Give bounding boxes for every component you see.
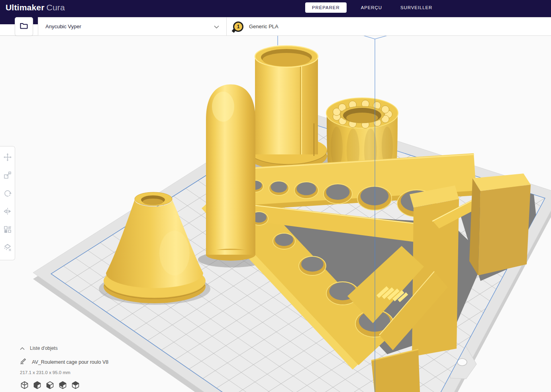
folder-icon	[19, 21, 29, 32]
configuration-bar: Anycubic Vyper 1 Generic PLA	[38, 17, 551, 36]
tab-preview[interactable]: APERÇU	[357, 2, 386, 13]
view-front-button[interactable]	[33, 380, 42, 390]
app-logo: UltimakerCura	[6, 3, 65, 12]
printer-name: Anycubic Vyper	[45, 23, 81, 29]
support-blocker-button[interactable]	[2, 242, 14, 254]
app-header: UltimakerCura PRÉPARER APERÇU SURVEILLER	[0, 0, 551, 17]
stage-tabs: PRÉPARER APERÇU SURVEILLER	[305, 2, 436, 13]
view-top-button[interactable]	[45, 380, 55, 390]
open-file-button[interactable]	[15, 17, 33, 36]
material-selector[interactable]: 1 Generic PLA	[227, 18, 285, 35]
move-icon	[3, 153, 12, 163]
camera-view-presets	[20, 380, 108, 390]
extruder-number: 1	[237, 24, 240, 29]
object-info-panel: Liste d'objets AV_Roulement cage pour ro…	[20, 345, 108, 390]
selected-object-row[interactable]: AV_Roulement cage pour roulo V8	[20, 358, 108, 366]
scale-icon	[3, 171, 12, 181]
scale-tool-button[interactable]	[2, 170, 14, 182]
rotate-icon	[3, 189, 12, 199]
printer-selector[interactable]: Anycubic Vyper	[38, 18, 227, 35]
view-3d-button[interactable]	[20, 380, 29, 390]
object-list-label: Liste d'objets	[30, 345, 58, 351]
mirror-icon	[3, 207, 12, 217]
product-name: Cura	[47, 3, 65, 12]
object-dimensions: 217.1 x 231.0 x 95.0 mm	[20, 370, 108, 375]
selected-object-name: AV_Roulement cage pour roulo V8	[32, 359, 108, 365]
plate-tab-hole	[457, 359, 467, 366]
object-list-toggle[interactable]: Liste d'objets	[20, 345, 108, 352]
per-model-settings-icon	[3, 225, 12, 236]
material-name: Generic PLA	[249, 23, 278, 29]
model-capsule[interactable]	[206, 84, 255, 261]
tab-monitor[interactable]: SURVEILLER	[396, 2, 436, 13]
view-left-button[interactable]	[58, 380, 67, 390]
mirror-tool-button[interactable]	[2, 206, 14, 218]
move-tool-button[interactable]	[2, 152, 14, 164]
tab-prepare[interactable]: PRÉPARER	[305, 2, 347, 13]
support-blocker-icon	[3, 243, 12, 254]
brand-name: Ultimaker	[6, 3, 45, 12]
chevron-up-icon	[20, 345, 25, 352]
per-model-settings-button[interactable]	[2, 224, 14, 236]
view-right-button[interactable]	[71, 380, 80, 390]
pencil-icon	[20, 358, 27, 366]
tool-palette	[0, 146, 15, 260]
model-tube[interactable]	[248, 46, 327, 170]
viewport-3d[interactable]	[0, 35, 551, 392]
chevron-down-icon	[214, 23, 219, 30]
rotate-tool-button[interactable]	[2, 188, 14, 200]
extruder-badge: 1	[233, 21, 243, 32]
